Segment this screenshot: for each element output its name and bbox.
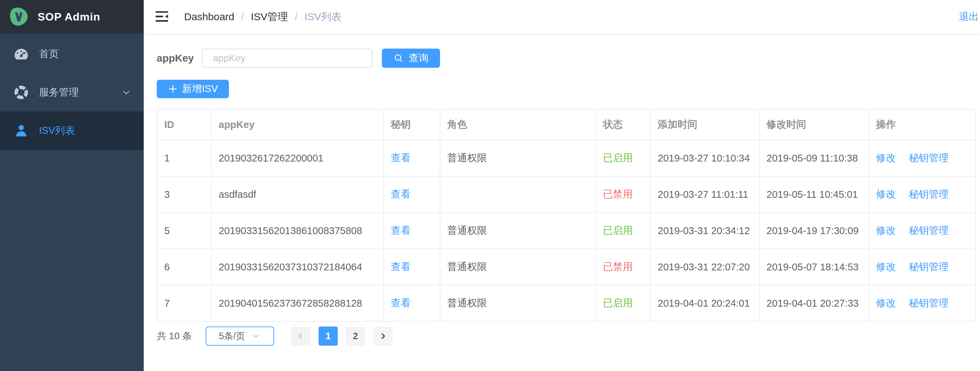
cell-id: 5 (157, 213, 212, 249)
table-header-row: ID appKey 秘钥 角色 状态 添加时间 修改时间 操作 (157, 109, 975, 140)
cell-secret: 查看 (383, 249, 440, 285)
chevron-left-icon (296, 331, 306, 341)
secret-manage-link[interactable]: 秘钥管理 (909, 189, 948, 199)
modify-link[interactable]: 修改 (876, 261, 896, 272)
breadcrumb-isv-management[interactable]: ISV管理 (251, 10, 288, 24)
status-badge: 已启用 (603, 298, 633, 308)
breadcrumb-isv-list: ISV列表 (305, 10, 342, 24)
sidebar-item-label: 服务管理 (39, 86, 79, 99)
cell-appkey: asdfasdf (212, 176, 383, 213)
column-header-actions: 操作 (869, 109, 975, 140)
modify-link[interactable]: 修改 (876, 298, 896, 308)
breadcrumb-separator: / (241, 11, 244, 22)
sidebar-item-service-management[interactable]: 服务管理 (0, 73, 144, 111)
hamburger-icon[interactable] (154, 10, 170, 24)
main-content: appKey 查询 新增ISV ID appKey 秘钥 角色 (144, 33, 980, 346)
column-header-id: ID (157, 109, 212, 140)
view-secret-link[interactable]: 查看 (391, 189, 410, 199)
view-secret-link[interactable]: 查看 (391, 261, 410, 272)
top-navbar: Dashboard / ISV管理 / ISV列表 退出 (144, 0, 980, 33)
status-badge: 已启用 (603, 152, 633, 163)
cell-update-time: 2019-04-19 17:30:09 (759, 213, 869, 249)
sidebar-item-isv-list[interactable]: ISV列表 (0, 111, 144, 150)
breadcrumb: Dashboard / ISV管理 / ISV列表 (184, 10, 342, 24)
view-secret-link[interactable]: 查看 (391, 225, 410, 236)
page-button-1[interactable]: 1 (318, 326, 338, 346)
chevron-right-icon (378, 331, 388, 341)
cell-secret: 查看 (383, 213, 440, 249)
cell-appkey: 2019032617262200001 (212, 140, 383, 176)
modify-link[interactable]: 修改 (876, 152, 896, 163)
breadcrumb-separator: / (294, 11, 298, 22)
sidebar-item-home[interactable]: 首页 (0, 35, 144, 73)
cell-actions: 修改 秘钥管理 (869, 176, 975, 213)
status-badge: 已禁用 (603, 261, 633, 272)
cell-appkey: 20190401562373672858288128 (212, 285, 383, 322)
cell-actions: 修改 秘钥管理 (869, 140, 975, 176)
secret-manage-link[interactable]: 秘钥管理 (909, 261, 948, 272)
sidebar-menu: 首页 服务管理 ISV列表 (0, 33, 144, 150)
table-row: 7 20190401562373672858288128 查看 普通权限 已启用… (157, 285, 975, 322)
cell-update-time: 2019-05-11 10:45:01 (759, 176, 869, 213)
cell-role: 普通权限 (440, 285, 596, 322)
table-row: 3 asdfasdf 查看 已禁用 2019-03-27 11:01:11 20… (157, 176, 975, 213)
modify-link[interactable]: 修改 (876, 225, 896, 236)
sidebar: SOP Admin 首页 服务管理 (0, 0, 144, 371)
cell-status: 已启用 (596, 285, 651, 322)
v-blob-logo-icon (9, 7, 29, 27)
cell-create-time: 2019-03-27 10:10:34 (651, 140, 759, 176)
cell-update-time: 2019-05-09 11:10:38 (759, 140, 869, 176)
cell-id: 6 (157, 249, 212, 285)
view-secret-link[interactable]: 查看 (391, 152, 410, 163)
plus-icon (168, 84, 178, 94)
dashboard-icon (14, 46, 29, 62)
cell-id: 7 (157, 285, 212, 322)
search-form: appKey 查询 (157, 49, 977, 68)
cell-actions: 修改 秘钥管理 (869, 213, 975, 249)
cell-create-time: 2019-04-01 20:24:01 (651, 285, 759, 322)
cell-appkey: 20190331562037310372184064 (212, 249, 383, 285)
column-header-status: 状态 (596, 109, 651, 140)
secret-manage-link[interactable]: 秘钥管理 (909, 152, 948, 163)
cell-update-time: 2019-04-01 20:27:33 (759, 285, 869, 322)
view-secret-link[interactable]: 查看 (391, 298, 410, 308)
sidebar-item-label: 首页 (39, 47, 59, 61)
secret-manage-link[interactable]: 秘钥管理 (909, 298, 948, 308)
page-button-2[interactable]: 2 (346, 326, 365, 346)
logout-link[interactable]: 退出 (959, 10, 978, 24)
column-header-secret: 秘钥 (383, 109, 440, 140)
search-button[interactable]: 查询 (382, 49, 440, 68)
add-isv-button[interactable]: 新增ISV (157, 80, 229, 98)
appkey-input[interactable] (202, 49, 372, 68)
cell-status: 已禁用 (596, 249, 651, 285)
sidebar-item-label: ISV列表 (39, 124, 75, 138)
column-header-create-time: 添加时间 (651, 109, 759, 140)
search-button-label: 查询 (409, 51, 428, 65)
table-row: 6 20190331562037310372184064 查看 普通权限 已禁用… (157, 249, 975, 285)
secret-manage-link[interactable]: 秘钥管理 (909, 225, 948, 236)
column-header-update-time: 修改时间 (759, 109, 869, 140)
page-size-value: 5条/页 (219, 330, 245, 342)
cell-create-time: 2019-03-31 20:34:12 (651, 213, 759, 249)
cell-status: 已禁用 (596, 176, 651, 213)
breadcrumb-dashboard[interactable]: Dashboard (184, 11, 234, 22)
chevron-down-icon (121, 87, 132, 98)
cell-secret: 查看 (383, 285, 440, 322)
chevron-down-icon (251, 331, 261, 341)
next-page-button[interactable] (373, 326, 393, 346)
table-row: 1 2019032617262200001 查看 普通权限 已启用 2019-0… (157, 140, 975, 176)
cell-create-time: 2019-03-27 11:01:11 (651, 176, 759, 213)
logo-bar: SOP Admin (0, 0, 144, 33)
table-row: 5 20190331562013861008375808 查看 普通权限 已启用… (157, 213, 975, 249)
cell-secret: 查看 (383, 140, 440, 176)
modify-link[interactable]: 修改 (876, 189, 896, 199)
cell-id: 1 (157, 140, 212, 176)
status-badge: 已禁用 (603, 189, 633, 199)
cell-actions: 修改 秘钥管理 (869, 249, 975, 285)
prev-page-button[interactable] (291, 326, 310, 346)
cell-status: 已启用 (596, 213, 651, 249)
appkey-label: appKey (157, 53, 194, 64)
cell-role: 普通权限 (440, 249, 596, 285)
page-size-select[interactable]: 5条/页 (206, 326, 274, 346)
pagination: 共 10 条 5条/页 1 2 (157, 326, 977, 346)
